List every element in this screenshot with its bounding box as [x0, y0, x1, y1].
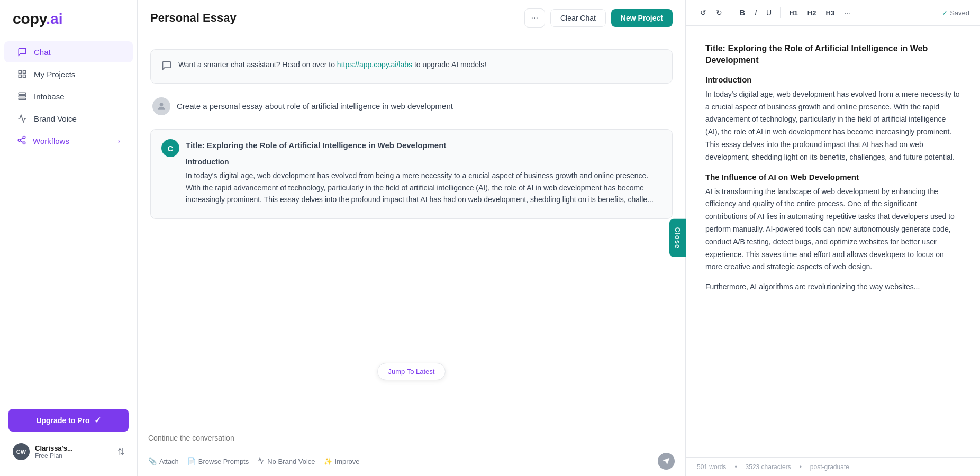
sidebar-nav: Chat My Projects Infobase Brand Voice Wo… — [0, 40, 137, 153]
ai-message-content: Title: Exploring the Role of Artificial … — [186, 139, 661, 209]
svg-rect-0 — [19, 70, 21, 73]
notice-icon — [161, 60, 172, 74]
user-avatar-chat — [152, 97, 170, 115]
svg-point-12 — [160, 103, 164, 106]
char-count: 3523 characters — [746, 463, 791, 471]
attach-icon: 📎 — [148, 457, 157, 465]
editor-para-1: In today's digital age, web development … — [705, 88, 961, 164]
close-panel-button[interactable]: Close — [669, 219, 686, 257]
improve-button[interactable]: ✨ Improve — [324, 457, 360, 465]
toolbar-divider-2 — [780, 7, 781, 18]
browse-prompts-button[interactable]: 📄 Browse Prompts — [187, 457, 249, 465]
user-info: Clarissa's... Free Plan — [35, 444, 117, 460]
chat-area: Want a smarter chat assistant? Head on o… — [138, 36, 685, 423]
workflows-chevron: › — [118, 138, 120, 145]
no-brand-voice-button[interactable]: No Brand Voice — [257, 457, 315, 466]
ai-message: C Title: Exploring the Role of Artificia… — [150, 129, 673, 219]
reading-level: post-graduate — [810, 463, 849, 471]
notice-text: Want a smarter chat assistant? Head on o… — [178, 59, 486, 70]
word-count: 501 words — [697, 463, 726, 471]
svg-line-11 — [20, 138, 23, 140]
redo-button[interactable]: ↻ — [713, 6, 725, 19]
separator-1: • — [734, 463, 737, 471]
brand-voice-icon — [257, 457, 265, 466]
prompts-icon: 📄 — [187, 457, 196, 465]
h3-button[interactable]: H3 — [822, 7, 838, 19]
page-title: Personal Essay — [150, 11, 237, 25]
infobase-icon — [17, 91, 28, 102]
avatar: CW — [13, 443, 30, 460]
sidebar-bottom: Upgrade to Pro ✓ CW Clarissa's... Free P… — [0, 409, 137, 465]
notice-link[interactable]: https://app.copy.ai/labs — [337, 60, 412, 69]
editor-toolbar: ↺ ↻ B I U H1 H2 H3 ··· ✓ Saved — [686, 0, 980, 26]
user-message: Create a personal essay about role of ar… — [150, 92, 673, 121]
svg-rect-6 — [19, 98, 26, 100]
editor-content[interactable]: Title: Exploring the Role of Artificial … — [686, 26, 980, 457]
header-actions: ··· Clear Chat New Project — [524, 8, 673, 28]
projects-icon — [17, 69, 28, 79]
svg-rect-4 — [19, 93, 26, 94]
sidebar-item-brand-voice[interactable]: Brand Voice — [4, 108, 133, 129]
check-icon: ✓ — [942, 9, 948, 17]
send-button[interactable] — [658, 453, 675, 470]
attach-button[interactable]: 📎 Attach — [148, 457, 179, 465]
svg-rect-1 — [23, 70, 26, 73]
editor-para-2: AI is transforming the landscape of web … — [705, 186, 961, 274]
sidebar-item-infobase[interactable]: Infobase — [4, 86, 133, 107]
chat-input[interactable] — [148, 429, 675, 446]
chat-panel: Personal Essay ··· Clear Chat New Projec… — [138, 0, 686, 476]
clear-chat-button[interactable]: Clear Chat — [550, 9, 606, 27]
editor-panel: ↺ ↻ B I U H1 H2 H3 ··· ✓ Saved Title: Ex… — [686, 0, 980, 476]
svg-rect-2 — [19, 75, 21, 78]
chevron-updown-icon: ⇅ — [117, 447, 124, 457]
bold-button[interactable]: B — [737, 6, 748, 19]
editor-section-influence: The Influence of AI on Web Development — [705, 172, 961, 181]
svg-point-8 — [18, 139, 21, 142]
jump-to-latest-button[interactable]: Jump To Latest — [377, 363, 446, 380]
h1-button[interactable]: H1 — [786, 7, 801, 19]
editor-footer: 501 words • 3523 characters • post-gradu… — [686, 457, 980, 476]
underline-button[interactable]: U — [763, 6, 775, 19]
verified-icon: ✓ — [94, 415, 101, 425]
new-project-button[interactable]: New Project — [611, 9, 673, 27]
chat-icon — [17, 47, 28, 57]
editor-title: Title: Exploring the Role of Artificial … — [705, 43, 961, 67]
user-profile[interactable]: CW Clarissa's... Free Plan ⇅ — [4, 438, 133, 465]
svg-rect-5 — [19, 96, 26, 97]
chat-notice: Want a smarter chat assistant? Head on o… — [150, 49, 673, 84]
undo-button[interactable]: ↺ — [697, 6, 710, 19]
toolbar-divider-1 — [731, 7, 731, 18]
h2-button[interactable]: H2 — [804, 7, 820, 19]
svg-point-7 — [23, 136, 25, 139]
workflows-icon — [17, 135, 26, 147]
editor-section-intro: Introduction — [705, 75, 961, 84]
svg-point-9 — [23, 142, 25, 144]
saved-indicator: ✓ Saved — [942, 9, 969, 17]
page-header: Personal Essay ··· Clear Chat New Projec… — [138, 0, 685, 36]
sidebar-item-my-projects[interactable]: My Projects — [4, 63, 133, 85]
more-format-button[interactable]: ··· — [841, 6, 854, 19]
svg-line-10 — [20, 141, 23, 142]
user-message-text: Create a personal essay about role of ar… — [177, 97, 453, 113]
separator-2: • — [800, 463, 802, 471]
editor-para-3: Furthermore, AI algorithms are revolutio… — [705, 281, 961, 294]
input-actions: 📎 Attach 📄 Browse Prompts No Brand Voice… — [148, 448, 675, 470]
improve-icon: ✨ — [324, 457, 332, 465]
chat-main: Personal Essay ··· Clear Chat New Projec… — [138, 0, 686, 476]
chat-input-area: 📎 Attach 📄 Browse Prompts No Brand Voice… — [138, 423, 685, 476]
sidebar: copy.ai Chat My Projects Infobase Brand … — [0, 0, 138, 476]
italic-button[interactable]: I — [751, 6, 760, 19]
logo: copy.ai — [0, 11, 137, 40]
brand-icon — [17, 113, 28, 124]
upgrade-to-pro-button[interactable]: Upgrade to Pro ✓ — [8, 409, 129, 432]
svg-rect-3 — [23, 75, 26, 78]
sidebar-item-workflows[interactable]: Workflows › — [4, 130, 133, 152]
sidebar-item-chat[interactable]: Chat — [4, 41, 133, 62]
ai-avatar: C — [161, 139, 179, 157]
more-options-button[interactable]: ··· — [524, 8, 545, 28]
